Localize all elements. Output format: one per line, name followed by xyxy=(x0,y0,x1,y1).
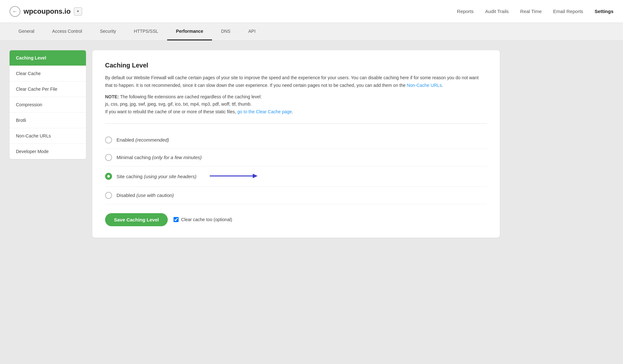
sidebar-item-non-cache-urls[interactable]: Non-Cache URLs xyxy=(10,128,86,144)
tab-dns[interactable]: DNS xyxy=(212,23,239,40)
tab-security[interactable]: Security xyxy=(91,23,125,40)
clear-cache-label: Clear cache too (optional) xyxy=(181,217,232,222)
back-icon: ← xyxy=(12,9,18,14)
clear-cache-page-link[interactable]: go to the Clear Cache page xyxy=(237,109,292,114)
tab-access-control[interactable]: Access Control xyxy=(43,23,91,40)
sidebar-item-clear-cache[interactable]: Clear Cache xyxy=(10,66,86,81)
sidebar: Caching Level Clear Cache Clear Cache Pe… xyxy=(10,50,86,159)
radio-site-caching-label: Site caching (using your site headers) xyxy=(117,174,196,179)
content-description: By default our Website Firewall will cac… xyxy=(105,74,487,89)
dropdown-icon: ▾ xyxy=(77,9,79,13)
radio-disabled-label: Disabled (use with caution) xyxy=(117,192,174,198)
tab-general[interactable]: General xyxy=(10,23,43,40)
sidebar-item-clear-cache-per-file[interactable]: Clear Cache Per File xyxy=(10,81,86,97)
clear-cache-checkbox[interactable] xyxy=(173,217,179,222)
nav-audit-trails[interactable]: Audit Trails xyxy=(485,9,509,14)
sidebar-item-brotli[interactable]: Brotli xyxy=(10,113,86,128)
radio-minimal[interactable] xyxy=(105,154,112,161)
radio-option-disabled[interactable]: Disabled (use with caution) xyxy=(105,187,487,204)
tab-performance[interactable]: Performance xyxy=(167,23,212,40)
back-button[interactable]: ← xyxy=(10,6,20,17)
radio-option-minimal[interactable]: Minimal caching (only for a few minutes) xyxy=(105,149,487,166)
radio-option-enabled[interactable]: Enabled (recommended) xyxy=(105,131,487,149)
sidebar-item-compression[interactable]: Compression xyxy=(10,97,86,113)
radio-minimal-label: Minimal caching (only for a few minutes) xyxy=(117,155,202,160)
nav-settings[interactable]: Settings xyxy=(595,9,613,14)
tab-api[interactable]: API xyxy=(239,23,265,40)
site-title: wpcoupons.io xyxy=(24,7,71,16)
content-note: NOTE: The following file extensions are … xyxy=(105,93,487,116)
radio-enabled[interactable] xyxy=(105,136,112,144)
tabs-bar: General Access Control Security HTTPS/SS… xyxy=(0,23,623,41)
site-dropdown-button[interactable]: ▾ xyxy=(74,7,82,16)
radio-disabled[interactable] xyxy=(105,192,112,199)
radio-option-site-caching[interactable]: Site caching (using your site headers) xyxy=(105,166,487,187)
nav-email-reports[interactable]: Email Reports xyxy=(553,9,583,14)
arrow-annotation xyxy=(207,172,258,181)
tab-https-ssl[interactable]: HTTPS/SSL xyxy=(125,23,167,40)
radio-site-caching[interactable] xyxy=(105,173,112,180)
content-panel: Caching Level By default our Website Fir… xyxy=(92,50,500,238)
nav-real-time[interactable]: Real Time xyxy=(520,9,542,14)
divider-top xyxy=(105,123,487,124)
clear-cache-checkbox-label[interactable]: Clear cache too (optional) xyxy=(173,217,232,222)
save-section: Save Caching Level Clear cache too (opti… xyxy=(105,213,487,226)
main-layout: Caching Level Clear Cache Clear Cache Pe… xyxy=(0,41,509,247)
save-caching-level-button[interactable]: Save Caching Level xyxy=(105,213,168,226)
nav-reports[interactable]: Reports xyxy=(457,9,474,14)
radio-enabled-label: Enabled (recommended) xyxy=(117,137,169,143)
sidebar-item-developer-mode[interactable]: Developer Mode xyxy=(10,144,86,159)
header-nav: Reports Audit Trails Real Time Email Rep… xyxy=(457,9,613,14)
sidebar-item-caching-level[interactable]: Caching Level xyxy=(10,50,86,66)
header-left: ← wpcoupons.io ▾ xyxy=(10,6,457,17)
content-title: Caching Level xyxy=(105,62,487,69)
non-cache-urls-link[interactable]: Non-Cache URLs xyxy=(407,83,442,88)
header: ← wpcoupons.io ▾ Reports Audit Trails Re… xyxy=(0,0,623,23)
svg-marker-1 xyxy=(253,174,258,178)
